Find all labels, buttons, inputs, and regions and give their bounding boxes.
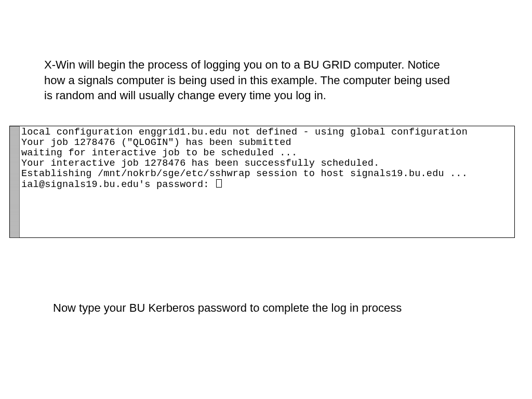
terminal-line: local configuration enggrid1.bu.edu not … — [21, 127, 468, 138]
terminal-window[interactable]: local configuration enggrid1.bu.edu not … — [9, 126, 515, 238]
instruction-text: Now type your BU Kerberos password to co… — [53, 301, 469, 315]
cursor-icon — [216, 179, 222, 188]
terminal-scrollbar[interactable] — [10, 126, 20, 237]
terminal-line: waiting for interactive job to be schedu… — [21, 148, 297, 158]
terminal-line: Establishing /mnt/nokrb/sge/etc/sshwrap … — [21, 168, 468, 179]
terminal-output: local configuration enggrid1.bu.edu not … — [21, 127, 512, 190]
terminal-line: Your interactive job 1278476 has been su… — [21, 158, 379, 169]
password-prompt[interactable]: ial@signals19.bu.edu's password: — [21, 179, 215, 190]
terminal-line: Your job 1278476 ("QLOGIN") has been sub… — [21, 137, 291, 148]
intro-paragraph: X-Win will begin the process of logging … — [44, 57, 460, 103]
